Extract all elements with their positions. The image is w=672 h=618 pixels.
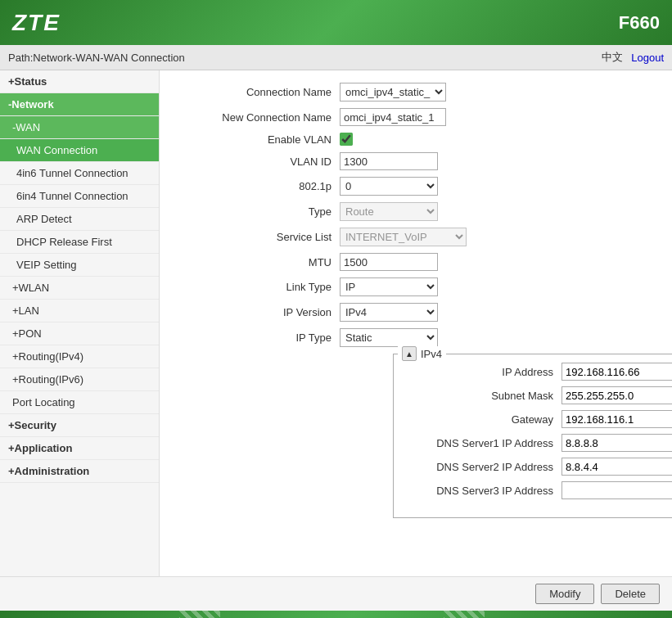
sidebar-item-veip[interactable]: VEIP Setting — [0, 254, 159, 277]
dns3-label: DNS Server3 IP Address — [406, 485, 562, 497]
ip-version-row: IP Version IPv4IPv6 — [176, 303, 656, 322]
sidebar-pon-label: +PON — [12, 327, 42, 340]
ipv4-section: ▲ IPv4 IP Address Subnet Mask Gateway DN… — [393, 354, 672, 518]
sidebar-item-6in4-tunnel[interactable]: 6in4 Tunnel Connection — [0, 185, 159, 208]
link-type-label: Link Type — [176, 281, 340, 293]
sidebar-item-pon[interactable]: +PON — [0, 323, 159, 345]
path-bar: Path:Network-WAN-WAN Connection 中文 Logou… — [0, 45, 672, 70]
enable-vlan-label: Enable VLAN — [176, 133, 340, 146]
ip-type-row: IP Type StaticDHCP — [176, 328, 656, 347]
sidebar-item-administration[interactable]: +Administration — [0, 460, 159, 483]
connection-name-label: Connection Name — [176, 86, 340, 98]
logout-link[interactable]: Logout — [631, 52, 664, 64]
service-list-label: Service List — [176, 231, 340, 243]
new-connection-name-row: New Connection Name — [176, 108, 656, 126]
modify-button[interactable]: Modify — [535, 584, 594, 604]
header: ZTE F660 — [0, 0, 672, 45]
bottom-bar: ©2008-2016 ZTE Corporation. All rights r… — [0, 611, 672, 618]
type-label: Type — [176, 205, 340, 218]
ipv4-collapse-btn[interactable]: ▲ — [402, 346, 417, 361]
ip-address-label: IP Address — [406, 366, 562, 378]
sidebar-status-label: +Status — [8, 75, 47, 88]
new-connection-name-input[interactable] — [340, 108, 446, 126]
sidebar-item-routing-ipv6[interactable]: +Routing(IPv6) — [0, 368, 159, 391]
sidebar-item-status[interactable]: +Status — [0, 70, 159, 93]
sidebar-administration-label: +Administration — [8, 465, 89, 477]
sidebar-item-wan[interactable]: -WAN — [0, 116, 159, 139]
sidebar-wan-connection-label: WAN Connection — [16, 144, 97, 156]
ip-address-input[interactable] — [562, 363, 672, 381]
enable-vlan-checkbox[interactable] — [340, 133, 353, 146]
mtu-input[interactable] — [340, 253, 438, 271]
sidebar-routing-ipv4-label: +Routing(IPv4) — [12, 350, 83, 363]
sidebar-routing-ipv6-label: +Routing(IPv6) — [12, 373, 83, 386]
type-row: Type RouteBridge — [176, 202, 656, 221]
dns3-row: DNS Server3 IP Address — [406, 481, 672, 499]
dns2-row: DNS Server2 IP Address — [406, 458, 672, 476]
sidebar-application-label: +Application — [8, 442, 72, 454]
sidebar-lan-label: +LAN — [12, 304, 39, 317]
sidebar-dhcp-label: DHCP Release First — [16, 236, 112, 248]
service-list-select[interactable]: INTERNET_VoIP — [340, 228, 467, 246]
subnet-mask-label: Subnet Mask — [406, 390, 562, 402]
gateway-input[interactable] — [562, 410, 672, 428]
sidebar: +Status -Network -WAN WAN Connection 4in… — [0, 70, 160, 576]
sidebar-security-label: +Security — [8, 419, 56, 431]
dns2-input[interactable] — [562, 458, 672, 476]
dns3-input[interactable] — [562, 481, 672, 499]
sidebar-item-arp-detect[interactable]: ARP Detect — [0, 208, 159, 231]
sidebar-4in6-label: 4in6 Tunnel Connection — [16, 167, 129, 179]
ip-address-row: IP Address — [406, 363, 672, 381]
dns1-label: DNS Server1 IP Address — [406, 437, 562, 449]
subnet-mask-row: Subnet Mask — [406, 386, 672, 404]
sidebar-item-network[interactable]: -Network — [0, 93, 159, 116]
dot802-1p-select[interactable]: 0123 4567 — [340, 177, 438, 196]
dns1-row: DNS Server1 IP Address — [406, 434, 672, 452]
content-area: Connection Name omci_ipv4_static_1 New C… — [160, 70, 672, 576]
link-type-select[interactable]: IP — [340, 277, 438, 296]
dot802-1p-row: 802.1p 0123 4567 — [176, 177, 656, 196]
ip-version-label: IP Version — [176, 306, 340, 318]
sidebar-item-wan-connection[interactable]: WAN Connection — [0, 139, 159, 162]
service-list-row: Service List INTERNET_VoIP — [176, 228, 656, 246]
path-actions: 中文 Logout — [602, 50, 664, 65]
zte-logo: ZTE — [12, 10, 61, 36]
lang-switch[interactable]: 中文 — [602, 50, 623, 65]
link-type-row: Link Type IP — [176, 277, 656, 296]
sidebar-item-application[interactable]: +Application — [0, 437, 159, 460]
dns1-input[interactable] — [562, 434, 672, 452]
sidebar-network-label: -Network — [8, 98, 54, 111]
dot802-1p-label: 802.1p — [176, 180, 340, 192]
bottom-stripe-right — [444, 611, 485, 618]
sidebar-arp-label: ARP Detect — [16, 213, 72, 225]
sidebar-item-dhcp-release[interactable]: DHCP Release First — [0, 231, 159, 254]
sidebar-item-port-locating[interactable]: Port Locating — [0, 391, 159, 414]
bottom-stripe-left — [179, 611, 220, 618]
sidebar-item-wlan[interactable]: +WLAN — [0, 277, 159, 300]
mtu-label: MTU — [176, 256, 340, 268]
subnet-mask-input[interactable] — [562, 386, 672, 404]
gateway-label: Gateway — [406, 413, 562, 426]
vlan-id-row: VLAN ID — [176, 152, 656, 170]
vlan-id-label: VLAN ID — [176, 156, 340, 168]
sidebar-item-4in6-tunnel[interactable]: 4in6 Tunnel Connection — [0, 162, 159, 185]
connection-name-row: Connection Name omci_ipv4_static_1 — [176, 83, 656, 101]
enable-vlan-row: Enable VLAN — [176, 133, 656, 146]
sidebar-item-lan[interactable]: +LAN — [0, 300, 159, 323]
ip-type-label: IP Type — [176, 332, 340, 344]
sidebar-item-security[interactable]: +Security — [0, 414, 159, 437]
type-select[interactable]: RouteBridge — [340, 202, 438, 221]
vlan-id-input[interactable] — [340, 152, 438, 170]
sidebar-item-routing-ipv4[interactable]: +Routing(IPv4) — [0, 345, 159, 368]
ip-type-select[interactable]: StaticDHCP — [340, 328, 438, 347]
main-layout: +Status -Network -WAN WAN Connection 4in… — [0, 70, 672, 576]
footer-buttons: Modify Delete — [0, 576, 672, 611]
connection-name-select[interactable]: omci_ipv4_static_1 — [340, 83, 446, 101]
sidebar-6in4-label: 6in4 Tunnel Connection — [16, 190, 129, 202]
sidebar-wan-label: -WAN — [12, 121, 40, 133]
delete-button[interactable]: Delete — [601, 584, 660, 604]
ip-version-select[interactable]: IPv4IPv6 — [340, 303, 438, 322]
ipv4-section-label: ▲ IPv4 — [398, 346, 446, 361]
sidebar-port-locating-label: Port Locating — [12, 396, 75, 408]
gateway-row: Gateway — [406, 410, 672, 428]
